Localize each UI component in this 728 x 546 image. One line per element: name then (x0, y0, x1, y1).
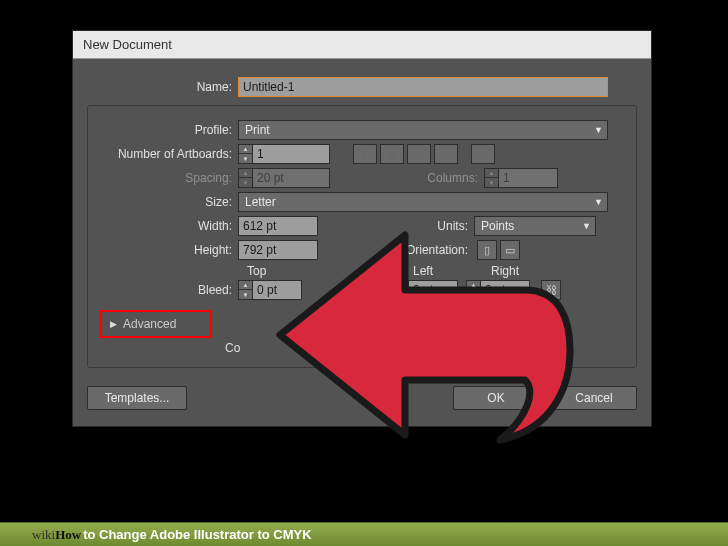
units-label: Units: (318, 219, 468, 233)
chevron-down-icon: ▼ (594, 197, 603, 207)
size-dropdown[interactable]: Letter ▼ (238, 192, 608, 212)
obscured-text-line: Co gn to Pixel Grid:No (225, 341, 624, 355)
height-input[interactable] (238, 240, 318, 260)
units-dropdown[interactable]: Points ▼ (474, 216, 596, 236)
spacing-label: Spacing: (100, 171, 232, 185)
triangle-right-icon: ▶ (110, 319, 117, 329)
bleed-left-stepper[interactable]: ▲▼ (394, 280, 408, 300)
new-document-dialog: New Document Name: Profile: Print ▼ Numb… (72, 30, 652, 427)
width-label: Width: (100, 219, 232, 233)
cancel-button[interactable]: Cancel (551, 386, 637, 410)
bleed-left-input[interactable] (408, 280, 458, 300)
wikihow-logo: wikiHow (32, 527, 81, 543)
bleed-top-stepper[interactable]: ▲▼ (238, 280, 252, 300)
columns-label: Columns: (330, 171, 478, 185)
bleed-label: Bleed: (100, 283, 232, 297)
spacing-input (252, 168, 330, 188)
height-label: Height: (100, 243, 232, 257)
bleed-right-input[interactable] (480, 280, 530, 300)
bleed-right-label: Right (491, 264, 563, 278)
columns-input (498, 168, 558, 188)
templates-button[interactable]: Templates... (87, 386, 187, 410)
ok-button[interactable]: OK (453, 386, 539, 410)
chevron-down-icon: ▼ (594, 125, 603, 135)
profile-label: Profile: (100, 123, 232, 137)
columns-stepper: ▲▼ (484, 168, 498, 188)
profile-value: Print (245, 123, 270, 137)
spacing-stepper: ▲▼ (238, 168, 252, 188)
artboards-stepper[interactable]: ▲▼ (238, 144, 252, 164)
size-label: Size: (100, 195, 232, 209)
bleed-top-input[interactable] (252, 280, 302, 300)
artboards-label: Number of Artboards: (100, 147, 232, 161)
bleed-left-label: Left (413, 264, 485, 278)
arrange-col-icon[interactable]: ↕ (434, 144, 458, 164)
bleed-right-stepper[interactable]: ▲▼ (466, 280, 480, 300)
name-label: Name: (87, 80, 232, 94)
orientation-portrait-icon[interactable]: ▯ (477, 240, 497, 260)
chevron-down-icon: ▼ (582, 221, 591, 231)
watermark-bar: wikiHow to Change Adobe Illustrator to C… (0, 522, 728, 546)
orientation-landscape-icon[interactable]: ▭ (500, 240, 520, 260)
dialog-body: Name: Profile: Print ▼ Number of Artboar… (73, 59, 651, 426)
main-section: Profile: Print ▼ Number of Artboards: ▲▼… (87, 105, 637, 368)
artboards-input[interactable] (252, 144, 330, 164)
grid-by-row-icon[interactable]: ⊞ (353, 144, 377, 164)
arrange-row-icon[interactable]: ↔ (407, 144, 431, 164)
size-value: Letter (245, 195, 276, 209)
units-value: Points (481, 219, 514, 233)
orientation-label: Orientation: (318, 243, 468, 257)
bleed-top-label: Top (247, 264, 319, 278)
advanced-toggle[interactable]: ▶ Advanced (100, 310, 212, 338)
grid-by-col-icon[interactable]: ⊟ (380, 144, 404, 164)
article-title: to Change Adobe Illustrator to CMYK (83, 527, 311, 542)
dialog-titlebar: New Document (73, 31, 651, 59)
width-input[interactable] (238, 216, 318, 236)
name-input[interactable] (238, 77, 608, 97)
direction-icon[interactable]: → (471, 144, 495, 164)
advanced-label: Advanced (123, 317, 176, 331)
link-bleed-icon[interactable]: ⛓ (541, 280, 561, 300)
profile-dropdown[interactable]: Print ▼ (238, 120, 608, 140)
